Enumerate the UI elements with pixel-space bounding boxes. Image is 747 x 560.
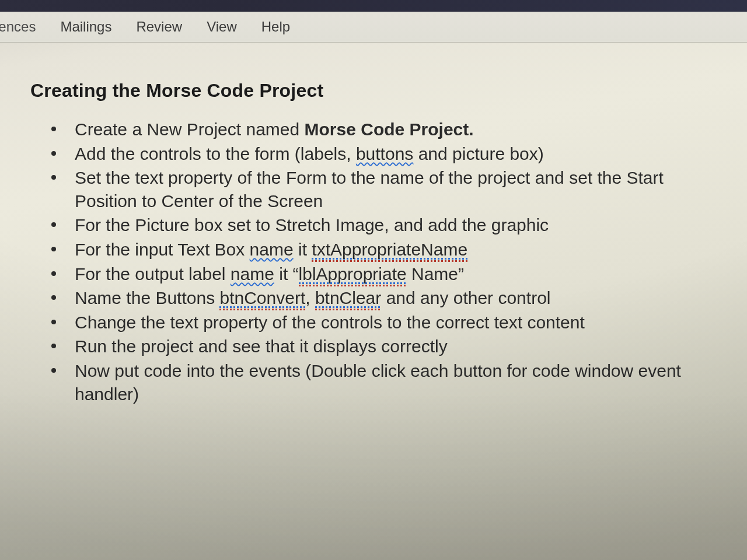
text: For the input Text Box — [75, 240, 250, 259]
section-heading: Creating the Morse Code Project — [30, 80, 714, 102]
list-item: For the input Text Box name it txtApprop… — [47, 238, 714, 261]
text: Add the controls to the form (labels, — [75, 144, 356, 163]
instruction-list: Create a New Project named Morse Code Pr… — [47, 118, 714, 405]
list-item: For the output label name it “lblAppropr… — [47, 262, 714, 286]
proofing-spelling: btnClear — [315, 288, 381, 310]
tab-view[interactable]: View — [207, 19, 237, 35]
word-document-photo: erences Mailings Review View Help Creati… — [0, 0, 747, 560]
text-bold: Morse Code Project. — [305, 120, 474, 139]
titlebar-strip — [0, 0, 747, 12]
proofing-grammar: buttons — [356, 144, 413, 163]
proofing-spelling: btnConvert — [219, 288, 305, 310]
list-item: Now put code into the events (Double cli… — [47, 359, 714, 405]
text: Name” — [407, 264, 464, 284]
text: and picture box) — [413, 144, 543, 163]
text: Create a New Project named — [75, 120, 305, 139]
list-item: Run the project and see that it displays… — [47, 335, 714, 358]
text: it “ — [274, 264, 299, 284]
text: , — [305, 288, 315, 307]
tab-help[interactable]: Help — [261, 19, 290, 35]
text: Name the Buttons — [75, 288, 219, 307]
list-item: Set the text property of the Form to the… — [47, 166, 714, 212]
text: Run the project and see that it displays… — [75, 337, 448, 356]
text: it — [294, 240, 312, 259]
list-item: Name the Buttons btnConvert, btnClear an… — [47, 286, 714, 310]
text: Now put code into the events (Double cli… — [75, 361, 681, 404]
text: Change the text property of the controls… — [75, 313, 585, 332]
ribbon-tabs: erences Mailings Review View Help — [0, 12, 747, 43]
text: Set the text property of the Form to the… — [75, 168, 664, 211]
text: and any other control — [381, 288, 550, 307]
proofing-spelling: txtAppropriateName — [312, 240, 467, 262]
tab-mailings[interactable]: Mailings — [60, 19, 111, 35]
list-item: Add the controls to the form (labels, bu… — [47, 142, 714, 166]
proofing-grammar: name — [231, 264, 274, 284]
document-body: Creating the Morse Code Project Create a… — [0, 43, 747, 405]
tab-review[interactable]: Review — [136, 19, 182, 35]
list-item: Change the text property of the controls… — [47, 311, 714, 334]
list-item: Create a New Project named Morse Code Pr… — [47, 118, 714, 141]
proofing-spelling: lblAppropriate — [299, 264, 407, 286]
text: For the output label — [75, 264, 231, 284]
proofing-grammar: name — [250, 240, 294, 259]
tab-references[interactable]: erences — [0, 19, 36, 35]
text: For the Picture box set to Stretch Image… — [75, 215, 549, 235]
list-item: For the Picture box set to Stretch Image… — [47, 214, 714, 237]
